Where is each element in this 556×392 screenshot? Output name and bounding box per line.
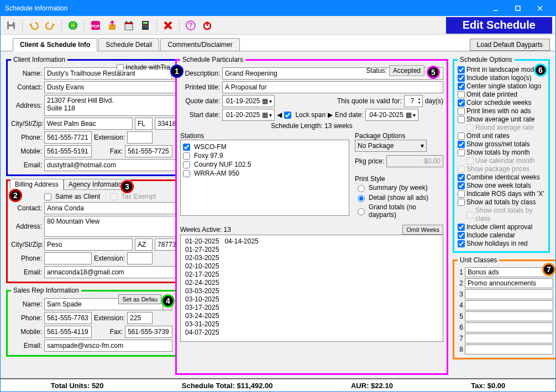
set-as-default-button[interactable]: Set as Defau: [118, 294, 161, 304]
billing-city-input[interactable]: [44, 239, 133, 251]
unit-class-input[interactable]: [465, 278, 553, 288]
client-state-input[interactable]: [135, 118, 153, 130]
station-item[interactable]: WSCO-FM: [183, 142, 347, 151]
schedule-option[interactable]: Show one week totals: [458, 182, 545, 190]
next-arrow-icon[interactable]: ▶: [328, 111, 333, 119]
client-fax-input[interactable]: [125, 145, 172, 157]
print-style-grand-radio[interactable]: [358, 208, 365, 215]
tab-billing-address[interactable]: Billing Address: [10, 179, 64, 190]
week-item[interactable]: 03-10-2025: [185, 295, 438, 304]
quote-date-input[interactable]: 01-19-2025▦▾: [222, 95, 275, 107]
schedule-option[interactable]: Show totals by month: [458, 149, 545, 157]
calendar-icon[interactable]: [122, 18, 136, 33]
week-item[interactable]: 04-07-2025: [185, 329, 438, 337]
client-ext-input[interactable]: [127, 131, 153, 144]
edit-schedule-button[interactable]: Edit Schedule: [446, 17, 552, 34]
pdf-icon[interactable]: PDF: [88, 18, 103, 33]
sales-mobile-input[interactable]: [44, 326, 92, 338]
unit-class-input[interactable]: [465, 333, 553, 343]
option-checkbox[interactable]: [458, 116, 465, 123]
billing-address-input[interactable]: 80 Mountain View: [44, 216, 181, 237]
client-address-input[interactable]: 21307 Forest Hill Blvd. Suite 118: [44, 95, 181, 116]
package-select[interactable]: No Package▾: [355, 140, 427, 152]
option-checkbox[interactable]: [458, 133, 465, 140]
schedule-option[interactable]: Omit unit rates: [458, 132, 545, 140]
schedule-option[interactable]: Color schedule weeks: [458, 99, 545, 107]
globe-icon[interactable]: [66, 18, 80, 33]
option-checkbox[interactable]: [458, 66, 465, 73]
redo-icon[interactable]: [43, 18, 57, 33]
billing-email-input[interactable]: [44, 266, 181, 278]
option-checkbox[interactable]: [458, 75, 465, 82]
schedule-option[interactable]: Show gross/net totals: [458, 140, 545, 149]
unit-class-input[interactable]: [465, 311, 553, 321]
option-checkbox[interactable]: [458, 199, 465, 206]
station-checkbox[interactable]: [183, 152, 190, 160]
option-checkbox[interactable]: [458, 232, 465, 239]
stations-list[interactable]: WSCO-FMFoxy 97.9Country NUF 102.5WRRA-AM…: [180, 140, 349, 216]
undo-icon[interactable]: [27, 18, 41, 33]
print-style-summary-radio[interactable]: [358, 185, 365, 192]
load-default-dayparts-button[interactable]: Load Default Dayparts: [470, 39, 550, 51]
option-checkbox[interactable]: [458, 224, 465, 231]
client-mobile-input[interactable]: [44, 145, 92, 157]
station-item[interactable]: Foxy 97.9: [183, 151, 347, 160]
schedule-option[interactable]: Show ad totals by class: [458, 198, 545, 206]
minimize-button[interactable]: [485, 1, 507, 16]
week-item[interactable]: 03-31-2025: [185, 320, 438, 329]
export-icon[interactable]: [105, 18, 119, 33]
ptitle-input[interactable]: [222, 81, 443, 93]
calculator-icon[interactable]: [138, 18, 153, 33]
calendar-small-icon[interactable]: ▦: [262, 111, 268, 119]
start-date-input[interactable]: 01-20-2025▦▾: [222, 109, 275, 121]
schedule-option[interactable]: Indicate ROS days with 'X': [458, 190, 545, 198]
maximize-button[interactable]: [507, 1, 529, 16]
calendar-small-icon[interactable]: ▦: [406, 111, 412, 119]
weeks-list[interactable]: 01-20-2025 04-14-202501-27-202502-03-202…: [180, 235, 443, 342]
week-item[interactable]: 03-24-2025: [185, 312, 438, 320]
client-contact-input[interactable]: [44, 81, 181, 93]
schedule-option[interactable]: Show holidays in red: [458, 240, 545, 248]
print-style-detail-radio[interactable]: [358, 195, 365, 202]
schedule-option[interactable]: Print lines with no ads: [458, 107, 545, 115]
unit-class-input[interactable]: [465, 322, 553, 332]
prev-arrow-icon[interactable]: ◀: [277, 111, 282, 119]
unit-class-input[interactable]: [465, 300, 553, 310]
tab-client-info[interactable]: Client & Schedule Info: [13, 38, 97, 51]
sales-ext-input[interactable]: [127, 312, 153, 324]
client-phone-input[interactable]: [44, 131, 92, 144]
week-item[interactable]: 02-24-2025: [185, 279, 438, 287]
station-item[interactable]: Country NUF 102.5: [183, 160, 347, 169]
unit-class-input[interactable]: [465, 267, 553, 277]
week-item[interactable]: 03-03-2025: [185, 287, 438, 295]
include-with-traffic-checkbox[interactable]: [117, 64, 124, 71]
schedule-option[interactable]: Show average unit rate: [458, 115, 545, 124]
week-item[interactable]: 02-17-2025: [185, 271, 438, 279]
same-as-client-checkbox[interactable]: [44, 193, 51, 200]
unit-class-input[interactable]: [465, 345, 553, 354]
option-checkbox[interactable]: [458, 108, 465, 115]
tab-comments[interactable]: Comments/Disclaimer: [160, 38, 239, 51]
unit-class-input[interactable]: [465, 289, 553, 299]
close-button[interactable]: [529, 1, 551, 16]
client-city-input[interactable]: [44, 118, 133, 130]
week-item[interactable]: 03-17-2025: [185, 304, 438, 312]
station-checkbox[interactable]: [183, 170, 190, 177]
calendar-small-icon[interactable]: ▦: [262, 97, 268, 105]
station-item[interactable]: WRRA-AM 950: [183, 169, 347, 178]
week-item[interactable]: 01-20-2025 04-14-2025: [185, 237, 438, 246]
client-email-input[interactable]: [44, 159, 181, 171]
billing-contact-input[interactable]: [44, 202, 181, 214]
valid-days-spinner[interactable]: 7▲▼: [404, 95, 423, 107]
option-checkbox[interactable]: [458, 240, 465, 247]
station-checkbox[interactable]: [183, 144, 190, 151]
end-date-input[interactable]: 04-20-2025▦▾: [365, 109, 418, 121]
schedule-option[interactable]: Include station logo(s): [458, 74, 545, 82]
billing-state-input[interactable]: [135, 239, 153, 251]
schedule-option[interactable]: Include calendar: [458, 231, 545, 240]
schedule-option[interactable]: Omit date printed: [458, 91, 545, 99]
week-item[interactable]: 02-10-2025: [185, 262, 438, 271]
schedule-option[interactable]: Print in landscape mode: [458, 66, 545, 74]
option-checkbox[interactable]: [458, 91, 465, 98]
schedule-option[interactable]: Center single station logo: [458, 82, 545, 91]
